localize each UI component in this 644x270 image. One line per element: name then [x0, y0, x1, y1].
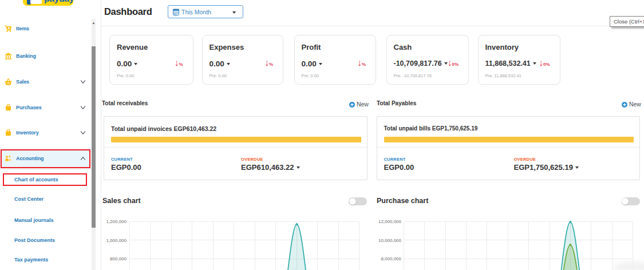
svg-text:800,000: 800,000: [110, 256, 127, 261]
svg-text:12,000,000: 12,000,000: [378, 219, 402, 224]
svg-text:1,000,000: 1,000,000: [106, 238, 127, 243]
svg-text:1,200,000: 1,200,000: [106, 219, 127, 224]
svg-text:10,000,000: 10,000,000: [378, 238, 402, 243]
svg-text:8,000,000: 8,000,000: [381, 256, 401, 261]
